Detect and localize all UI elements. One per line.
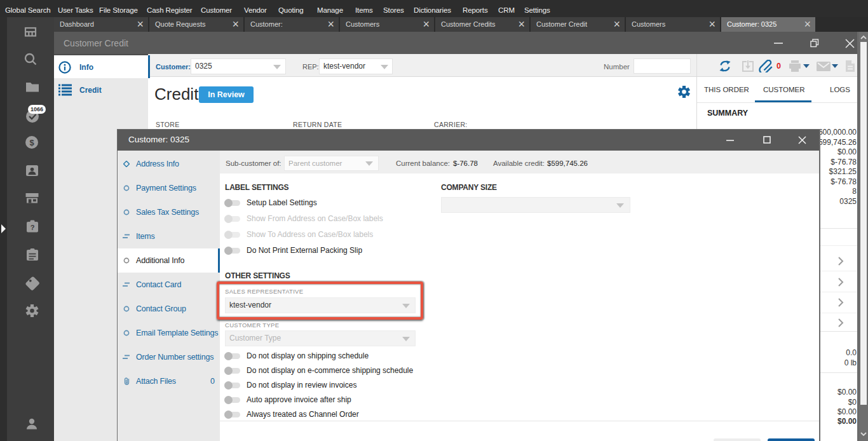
svg-text:?: ? [31,224,35,231]
svg-text:$: $ [29,138,34,147]
